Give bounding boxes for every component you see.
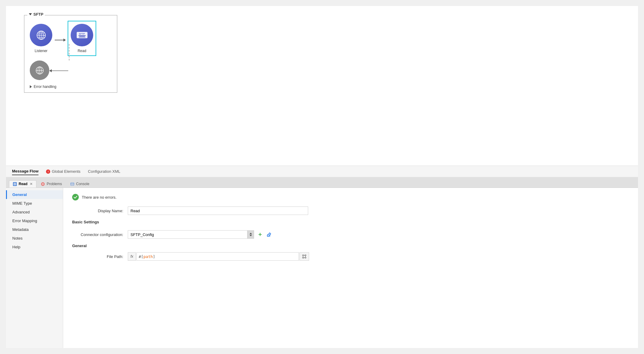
globe-listener-icon (35, 30, 47, 41)
sidebar-item-general[interactable]: General (6, 190, 63, 199)
error-handling-text: Error handling (34, 85, 56, 89)
tab-configuration-xml[interactable]: Configuration XML (88, 169, 121, 174)
display-name-row: Display Name: (72, 206, 629, 215)
listener-node[interactable]: Listener (30, 24, 52, 53)
sidebar-item-mime-type[interactable]: MIME Type (6, 199, 63, 208)
file-path-input[interactable]: #[ path ] (136, 252, 299, 261)
panel-sidebar: General MIME Type Advanced Error Mapping… (6, 188, 63, 348)
read-node-selected[interactable]: SFTP Read (68, 21, 96, 56)
nodes-row: Listener SFTP (30, 21, 112, 56)
read-label: Read (78, 49, 86, 53)
dashed-horizontal-line (49, 70, 69, 71)
connector-config-select[interactable]: SFTP_Config (128, 230, 254, 239)
pattern-button[interactable] (299, 252, 309, 261)
globe-error-icon (35, 65, 45, 76)
connector-config-row: Connector configuration: SFTP_Config + (72, 230, 629, 239)
display-name-label: Display Name: (72, 209, 128, 213)
flow-canvas-wrapper: SFTP (6, 6, 638, 177)
svg-point-26 (305, 255, 306, 256)
sidebar-item-error-mapping[interactable]: Error Mapping (6, 216, 63, 225)
console-tab-label[interactable]: Console (76, 182, 89, 186)
connector-config-value: SFTP_Config (128, 231, 247, 238)
no-errors-text: There are no errors. (82, 195, 117, 200)
svg-point-27 (302, 257, 304, 258)
arrow-up-icon (250, 233, 252, 234)
collapse-triangle-icon[interactable] (29, 13, 32, 15)
panel-tab-read[interactable]: Read ✕ (9, 180, 36, 188)
edit-config-button[interactable] (265, 230, 273, 239)
error-handling-triangle-icon (30, 85, 32, 88)
panel-content: There are no errors. Display Name: Basic… (63, 188, 638, 348)
svg-rect-19 (71, 183, 74, 185)
listener-circle[interactable] (30, 24, 52, 46)
panel-tab-bar: Read ✕ Problems (6, 177, 638, 188)
global-elements-icon: ! (46, 169, 50, 174)
no-errors-banner: There are no errors. (72, 194, 629, 200)
panel-body: General MIME Type Advanced Error Mapping… (6, 188, 638, 348)
listener-label: Listener (35, 49, 48, 53)
sidebar-item-metadata[interactable]: Metadata (6, 225, 63, 234)
sidebar-item-notes[interactable]: Notes (6, 234, 63, 243)
sidebar-item-advanced[interactable]: Advanced (6, 208, 63, 216)
file-path-suffix: ] (153, 254, 155, 259)
svg-point-25 (302, 255, 304, 256)
read-tab-close[interactable]: ✕ (30, 182, 32, 186)
panel-tab-console[interactable]: Console (66, 180, 93, 188)
connector-config-arrows[interactable] (247, 231, 254, 238)
add-config-button[interactable]: + (256, 230, 264, 239)
tab-global-elements[interactable]: ! Global Elements (46, 169, 80, 174)
basic-settings-header: Basic Settings (72, 220, 629, 226)
sftp-group: SFTP (24, 15, 117, 93)
svg-point-28 (305, 257, 306, 258)
tab-message-flow[interactable]: Message Flow (12, 168, 38, 175)
tab-global-elements-label[interactable]: Global Elements (52, 169, 80, 174)
flow-inner: SFTP (24, 15, 117, 93)
panel-tab-problems[interactable]: Problems (37, 180, 66, 188)
dashed-vertical-line (69, 44, 69, 61)
file-path-label: File Path: (72, 254, 128, 259)
edit-icon (267, 232, 271, 237)
sftp-read-icon: SFTP (77, 32, 87, 38)
panel-area: Read ✕ Problems (6, 177, 638, 348)
connector-config-label: Connector configuration: (72, 232, 128, 237)
file-path-value: path (143, 254, 153, 259)
sftp-label-text: SFTP (33, 12, 43, 17)
problems-tab-icon (41, 182, 45, 186)
fx-button[interactable]: fx (128, 252, 136, 261)
sftp-group-label: SFTP (27, 12, 45, 17)
display-name-input[interactable] (128, 206, 308, 215)
flow-tab-bar: Message Flow ! Global Elements Configura… (6, 166, 638, 177)
pattern-icon (302, 254, 307, 259)
error-handling-label[interactable]: Error handling (30, 85, 112, 89)
arrow-listener-to-read (55, 29, 65, 48)
file-path-row: File Path: fx #[ path ] (72, 252, 629, 261)
main-container: SFTP (0, 0, 644, 354)
arrow-down-icon (250, 235, 252, 236)
read-circle[interactable]: SFTP (71, 24, 93, 46)
read-tab-icon (13, 182, 17, 186)
console-tab-icon (70, 182, 74, 186)
file-path-prefix: #[ (139, 254, 143, 259)
read-tab-label: Read (19, 182, 27, 186)
general-header: General (72, 244, 629, 248)
error-globe-circle (30, 61, 49, 80)
error-handling-row (30, 61, 112, 80)
problems-tab-label[interactable]: Problems (47, 182, 62, 186)
no-errors-icon (72, 194, 79, 200)
sidebar-item-help[interactable]: Help (6, 243, 63, 251)
